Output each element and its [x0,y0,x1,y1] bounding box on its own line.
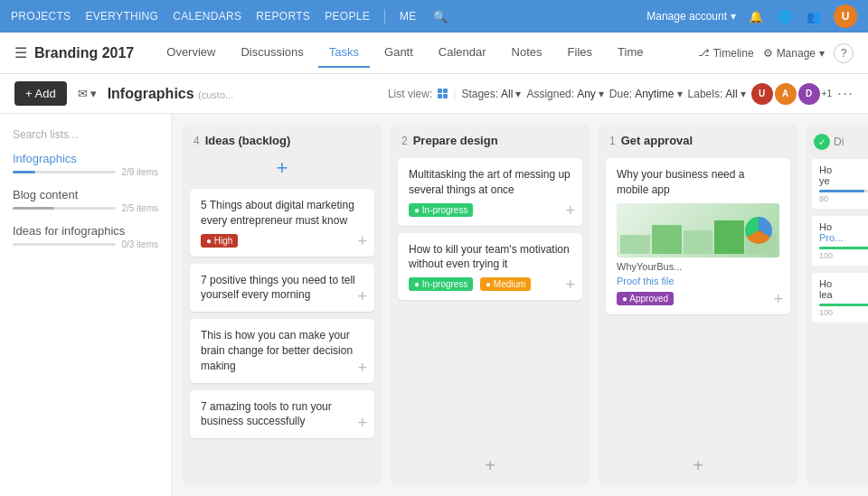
globe-icon[interactable]: 🌐 [776,7,794,25]
add-button[interactable]: + Add [14,81,67,106]
more-options-icon[interactable]: ··· [837,84,854,103]
nav-me[interactable]: ME [400,10,417,23]
manage-account-link[interactable]: Manage account ▾ [646,10,736,23]
nav-everything[interactable]: EVERYTHING [85,10,158,23]
col-title: Get approval [621,134,787,147]
card-2[interactable]: 7 positive things you need to tell yours… [190,264,374,313]
labels-filter[interactable]: Labels: All ▾ [688,88,746,100]
stages-filter[interactable]: Stages: All ▾ [461,88,521,100]
tab-gantt[interactable]: Gantt [373,38,424,68]
more-users[interactable]: +1 [822,89,832,98]
tab-discussions[interactable]: Discussions [230,38,314,68]
sidebar-item-name: Ideas for infographics [13,224,158,238]
card-approval-1[interactable]: Why your business need a mobile app WhyY… [606,158,790,314]
card-3[interactable]: This is how you can make your brain chan… [190,319,374,382]
sidebar-item-blog[interactable]: Blog content 2/5 items [0,182,171,219]
col-blue-add-btn[interactable]: + [183,153,382,183]
chart-bar [714,220,744,253]
card-add-icon[interactable]: + [773,290,783,309]
col-count: 4 [193,135,200,147]
user-chip-u[interactable]: U [751,83,773,105]
card-title: This is how you can make your brain chan… [201,328,363,373]
manage-button[interactable]: ⚙ Manage ▾ [763,47,825,60]
col-cards: 5 Things about digital marketing every e… [183,183,382,485]
col-add-row: + [599,445,797,485]
card-add-icon[interactable]: + [357,359,367,378]
kanban-col-prepare: 2 Prepare design Multitasking the art of… [391,125,590,485]
progress-bar-bg [13,207,116,210]
card-add-icon[interactable]: + [357,414,367,433]
col-header: 4 Ideas (backlog) [183,125,382,153]
top-nav: PROJECTS EVERYTHING CALENDARS REPORTS PE… [0,0,868,33]
sidebar-item-ideas[interactable]: Ideas for infographics 0/3 items [0,219,171,255]
tab-notes[interactable]: Notes [501,38,553,68]
toolbar: + Add ✉ ▾ Infographics (custo... List vi… [0,74,868,114]
hamburger-icon[interactable]: ☰ [14,44,27,61]
pie-chart-thumbnail [745,217,772,244]
card-title: Multitasking the art of messing up sever… [409,167,571,198]
user-avatar-top[interactable]: U [834,5,857,28]
badge-medium: ● Medium [480,277,531,291]
kanban-col-ideas: 4 Ideas (backlog) + 5 Things about digit… [183,125,382,485]
col-add-button[interactable]: + [685,453,711,478]
filter-group: List view: | Stages: All ▾ Assigned: Any… [388,83,854,105]
col-count: 1 [609,135,616,147]
nav-calendars[interactable]: CALENDARS [173,10,241,23]
sidebar-item-sub: 2/5 items [13,203,158,213]
nav-reports[interactable]: REPORTS [256,10,310,23]
partial-card-3[interactable]: Ho lea 100 [812,273,868,323]
email-button[interactable]: ✉ ▾ [78,87,97,100]
card-1[interactable]: 5 Things about digital marketing every e… [190,189,374,257]
users-icon[interactable]: 👥 [805,7,823,25]
card-prepare-1[interactable]: Multitasking the art of messing up sever… [398,158,582,226]
sidebar-item-infographics[interactable]: Infographics 2/9 items [0,146,171,182]
top-nav-links: PROJECTS EVERYTHING CALENDARS REPORTS PE… [11,7,646,25]
help-icon[interactable]: ? [834,43,854,63]
partial-progress-fill-2 [819,247,868,249]
card-4[interactable]: 7 amazing tools to run your business suc… [190,390,374,439]
search-icon[interactable]: 🔍 [431,7,449,25]
user-chip-d[interactable]: D [798,83,820,105]
user-chips: U A D +1 [751,83,832,105]
kanban-col-approval: 1 Get approval Why your business need a … [599,125,797,485]
file-link[interactable]: Proof this file [617,276,779,286]
card-add-icon[interactable]: + [357,232,367,251]
col-cards: Why your business need a mobile app WhyY… [599,153,797,445]
nav-projects[interactable]: PROJECTS [11,10,71,23]
card-title: 7 positive things you need to tell yours… [201,273,363,304]
assigned-filter[interactable]: Assigned: Any ▾ [526,88,603,100]
user-chip-a[interactable]: A [775,83,797,105]
partial-check-icon: ✓ [814,134,830,150]
card-thumbnail [617,203,779,257]
item-count: 2/5 items [121,203,158,213]
tab-tasks[interactable]: Tasks [318,38,370,68]
tab-files[interactable]: Files [557,38,603,68]
col-title: Prepare design [413,134,579,147]
sidebar-item-sub: 0/3 items [13,239,158,249]
partial-progress-bar-2 [819,247,868,249]
tab-time[interactable]: Time [607,38,654,68]
grid-view-icon[interactable] [438,89,448,98]
nav-people[interactable]: PEOPLE [325,10,370,23]
card-prepare-2[interactable]: How to kill your team's motivation witho… [398,233,582,301]
badge-approved: ● Approved [617,292,674,305]
card-add-icon[interactable]: + [565,276,575,295]
col-add-button[interactable]: + [477,453,503,478]
timeline-button[interactable]: ⎇ Timeline [698,47,754,60]
progress-bar-fill [13,207,54,210]
card-add-icon[interactable]: + [357,287,367,306]
sidebar: Search lists... Infographics 2/9 items B… [0,114,172,496]
tab-calendar[interactable]: Calendar [428,38,497,68]
bell-icon[interactable]: 🔔 [747,7,765,25]
file-name: WhyYourBus... [617,261,779,272]
partial-card-2[interactable]: Ho Pro... 100 [812,216,868,266]
due-filter[interactable]: Due: Anytime ▾ [609,88,683,100]
search-lists-input[interactable]: Search lists... [0,123,171,146]
partial-card-1[interactable]: Ho ye 80 [812,159,868,209]
partial-progress-bar [819,190,868,192]
partial-progress-bar-3 [819,304,868,306]
list-view-label: List view: [388,88,432,100]
tab-overview[interactable]: Overview [156,38,226,68]
col-header: 1 Get approval [599,125,797,153]
card-add-icon[interactable]: + [565,201,575,220]
